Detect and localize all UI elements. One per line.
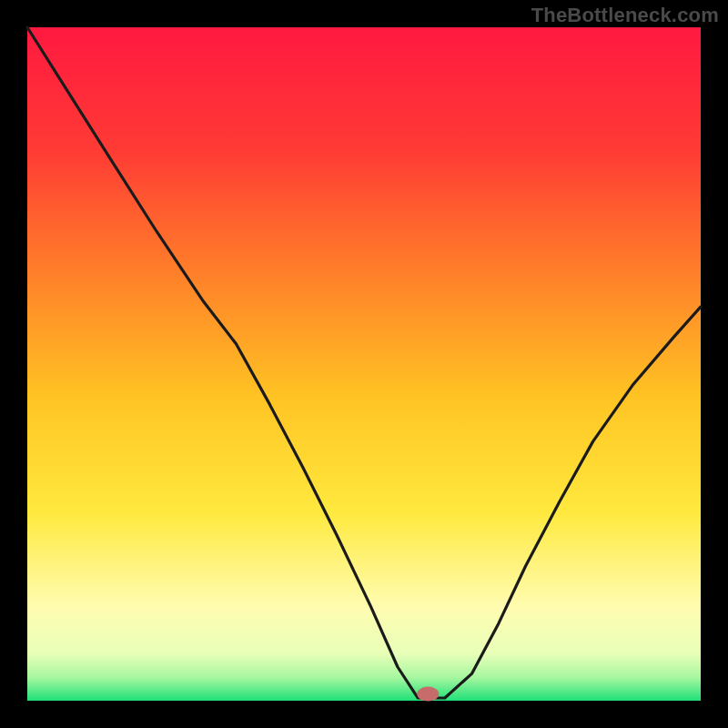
plot-background: [27, 27, 701, 701]
bottleneck-chart: [0, 0, 728, 728]
chart-stage: TheBottleneck.com: [0, 0, 728, 728]
watermark-text: TheBottleneck.com: [531, 4, 719, 27]
optimal-marker: [417, 687, 439, 702]
